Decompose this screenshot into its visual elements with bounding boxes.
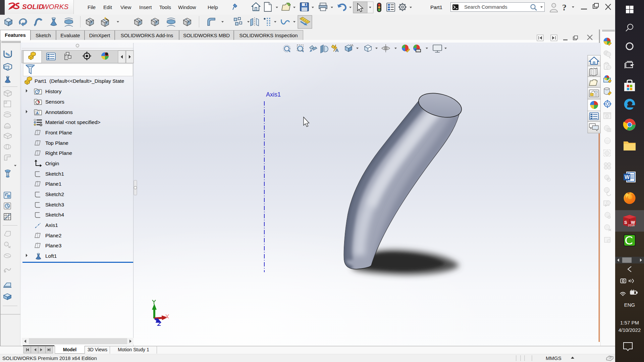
svg-text:WORKS: WORKS	[42, 3, 69, 10]
svg-text:S: S	[624, 220, 627, 225]
svg-text:A: A	[36, 111, 39, 115]
svg-text:A: A	[335, 47, 339, 53]
svg-text:2018: 2018	[628, 224, 635, 227]
svg-text:?: ?	[562, 3, 567, 12]
svg-text:W: W	[625, 174, 630, 180]
svg-text:SOLID: SOLID	[22, 3, 44, 10]
